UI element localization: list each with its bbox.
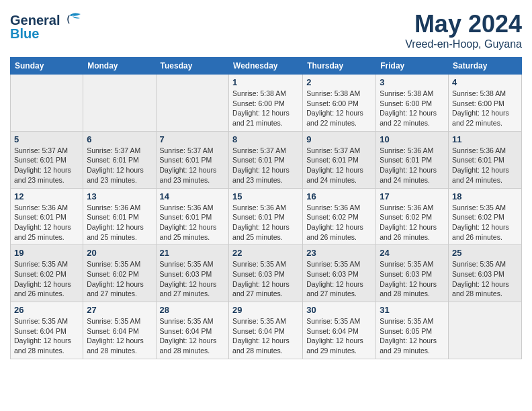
day-number: 15 [232, 191, 299, 201]
day-number: 4 [452, 77, 518, 87]
calendar-cell: 29Sunrise: 5:35 AM Sunset: 6:04 PM Dayli… [229, 302, 303, 359]
weekday-header-cell: Monday [83, 58, 156, 75]
day-number: 22 [232, 248, 299, 258]
calendar-cell: 28Sunrise: 5:35 AM Sunset: 6:04 PM Dayli… [156, 302, 229, 359]
day-info: Sunrise: 5:37 AM Sunset: 6:01 PM Dayligh… [160, 146, 226, 185]
day-info: Sunrise: 5:36 AM Sunset: 6:01 PM Dayligh… [452, 146, 518, 185]
location-subtitle: Vreed-en-Hoop, Guyana [405, 38, 522, 50]
day-info: Sunrise: 5:35 AM Sunset: 6:03 PM Dayligh… [306, 259, 372, 299]
day-info: Sunrise: 5:38 AM Sunset: 6:00 PM Dayligh… [232, 89, 299, 128]
day-info: Sunrise: 5:35 AM Sunset: 6:04 PM Dayligh… [232, 316, 299, 356]
day-info: Sunrise: 5:37 AM Sunset: 6:01 PM Dayligh… [306, 146, 372, 185]
day-info: Sunrise: 5:37 AM Sunset: 6:01 PM Dayligh… [87, 146, 152, 185]
calendar-cell: 10Sunrise: 5:36 AM Sunset: 6:01 PM Dayli… [376, 131, 449, 188]
page-header: General Blue May 2024 Vreed-en-Hoop, Guy… [10, 10, 522, 50]
day-info: Sunrise: 5:36 AM Sunset: 6:01 PM Dayligh… [87, 203, 152, 242]
calendar-cell: 18Sunrise: 5:35 AM Sunset: 6:02 PM Dayli… [449, 188, 522, 245]
day-number: 17 [380, 191, 445, 201]
calendar-cell: 16Sunrise: 5:36 AM Sunset: 6:02 PM Dayli… [303, 188, 376, 245]
day-number: 9 [306, 134, 372, 144]
calendar-cell: 8Sunrise: 5:37 AM Sunset: 6:01 PM Daylig… [229, 131, 303, 188]
calendar-cell [83, 75, 156, 132]
calendar-cell: 5Sunrise: 5:37 AM Sunset: 6:01 PM Daylig… [11, 131, 83, 188]
calendar-cell: 25Sunrise: 5:35 AM Sunset: 6:03 PM Dayli… [449, 245, 522, 302]
day-number: 28 [160, 305, 226, 315]
day-info: Sunrise: 5:36 AM Sunset: 6:02 PM Dayligh… [380, 203, 445, 242]
day-number: 26 [14, 305, 79, 315]
calendar-cell: 31Sunrise: 5:35 AM Sunset: 6:05 PM Dayli… [376, 302, 449, 359]
day-info: Sunrise: 5:35 AM Sunset: 6:02 PM Dayligh… [14, 259, 79, 299]
calendar-cell: 24Sunrise: 5:35 AM Sunset: 6:03 PM Dayli… [376, 245, 449, 302]
day-info: Sunrise: 5:35 AM Sunset: 6:02 PM Dayligh… [452, 203, 518, 242]
calendar-cell: 19Sunrise: 5:35 AM Sunset: 6:02 PM Dayli… [11, 245, 83, 302]
day-number: 5 [14, 134, 79, 144]
calendar-cell: 7Sunrise: 5:37 AM Sunset: 6:01 PM Daylig… [156, 131, 229, 188]
day-number: 19 [14, 248, 79, 258]
calendar-body: 1Sunrise: 5:38 AM Sunset: 6:00 PM Daylig… [11, 75, 522, 359]
day-info: Sunrise: 5:36 AM Sunset: 6:01 PM Dayligh… [380, 146, 445, 185]
calendar-week-row: 5Sunrise: 5:37 AM Sunset: 6:01 PM Daylig… [11, 131, 522, 188]
day-number: 25 [452, 248, 518, 258]
day-info: Sunrise: 5:38 AM Sunset: 6:00 PM Dayligh… [380, 89, 445, 128]
day-number: 13 [87, 191, 152, 201]
logo: General Blue [10, 10, 84, 46]
day-info: Sunrise: 5:36 AM Sunset: 6:01 PM Dayligh… [14, 203, 79, 242]
calendar-cell: 22Sunrise: 5:35 AM Sunset: 6:03 PM Dayli… [229, 245, 303, 302]
weekday-header-row: SundayMondayTuesdayWednesdayThursdayFrid… [11, 58, 522, 75]
day-number: 29 [232, 305, 299, 315]
day-number: 10 [380, 134, 445, 144]
weekday-header-cell: Wednesday [229, 58, 303, 75]
day-info: Sunrise: 5:35 AM Sunset: 6:04 PM Dayligh… [14, 316, 79, 356]
day-number: 31 [380, 305, 445, 315]
calendar-cell [156, 75, 229, 132]
calendar-cell: 9Sunrise: 5:37 AM Sunset: 6:01 PM Daylig… [303, 131, 376, 188]
day-number: 21 [160, 248, 226, 258]
calendar-cell: 1Sunrise: 5:38 AM Sunset: 6:00 PM Daylig… [229, 75, 303, 132]
day-info: Sunrise: 5:37 AM Sunset: 6:01 PM Dayligh… [14, 146, 79, 185]
calendar-cell: 13Sunrise: 5:36 AM Sunset: 6:01 PM Dayli… [83, 188, 156, 245]
day-number: 23 [306, 248, 372, 258]
day-number: 11 [452, 134, 518, 144]
calendar-cell: 26Sunrise: 5:35 AM Sunset: 6:04 PM Dayli… [11, 302, 83, 359]
day-number: 8 [232, 134, 299, 144]
day-number: 2 [306, 77, 372, 87]
day-number: 7 [160, 134, 226, 144]
day-info: Sunrise: 5:36 AM Sunset: 6:01 PM Dayligh… [232, 203, 299, 242]
calendar-week-row: 12Sunrise: 5:36 AM Sunset: 6:01 PM Dayli… [11, 188, 522, 245]
calendar-cell: 17Sunrise: 5:36 AM Sunset: 6:02 PM Dayli… [376, 188, 449, 245]
title-area: May 2024 Vreed-en-Hoop, Guyana [405, 10, 522, 50]
calendar-cell: 2Sunrise: 5:38 AM Sunset: 6:00 PM Daylig… [303, 75, 376, 132]
day-info: Sunrise: 5:36 AM Sunset: 6:02 PM Dayligh… [306, 203, 372, 242]
svg-text:Blue: Blue [10, 26, 39, 41]
calendar-cell: 11Sunrise: 5:36 AM Sunset: 6:01 PM Dayli… [449, 131, 522, 188]
calendar-cell [11, 75, 83, 132]
day-number: 16 [306, 191, 372, 201]
day-number: 30 [306, 305, 372, 315]
day-info: Sunrise: 5:36 AM Sunset: 6:01 PM Dayligh… [160, 203, 226, 242]
day-number: 1 [232, 77, 299, 87]
day-info: Sunrise: 5:37 AM Sunset: 6:01 PM Dayligh… [232, 146, 299, 185]
calendar-cell: 14Sunrise: 5:36 AM Sunset: 6:01 PM Dayli… [156, 188, 229, 245]
calendar-cell [449, 302, 522, 359]
calendar-cell: 23Sunrise: 5:35 AM Sunset: 6:03 PM Dayli… [303, 245, 376, 302]
calendar-cell: 12Sunrise: 5:36 AM Sunset: 6:01 PM Dayli… [11, 188, 83, 245]
calendar-cell: 4Sunrise: 5:38 AM Sunset: 6:00 PM Daylig… [449, 75, 522, 132]
day-info: Sunrise: 5:35 AM Sunset: 6:04 PM Dayligh… [160, 316, 226, 356]
calendar-cell: 15Sunrise: 5:36 AM Sunset: 6:01 PM Dayli… [229, 188, 303, 245]
day-number: 24 [380, 248, 445, 258]
weekday-header-cell: Friday [376, 58, 449, 75]
day-info: Sunrise: 5:35 AM Sunset: 6:03 PM Dayligh… [452, 259, 518, 299]
day-info: Sunrise: 5:35 AM Sunset: 6:03 PM Dayligh… [380, 259, 445, 299]
day-info: Sunrise: 5:35 AM Sunset: 6:03 PM Dayligh… [160, 259, 226, 299]
weekday-header-cell: Tuesday [156, 58, 229, 75]
calendar-cell: 27Sunrise: 5:35 AM Sunset: 6:04 PM Dayli… [83, 302, 156, 359]
day-number: 6 [87, 134, 152, 144]
day-info: Sunrise: 5:38 AM Sunset: 6:00 PM Dayligh… [452, 89, 518, 128]
day-number: 12 [14, 191, 79, 201]
day-number: 14 [160, 191, 226, 201]
weekday-header-cell: Saturday [449, 58, 522, 75]
calendar-cell: 6Sunrise: 5:37 AM Sunset: 6:01 PM Daylig… [83, 131, 156, 188]
day-info: Sunrise: 5:35 AM Sunset: 6:04 PM Dayligh… [87, 316, 152, 356]
day-info: Sunrise: 5:35 AM Sunset: 6:04 PM Dayligh… [306, 316, 372, 356]
weekday-header-cell: Thursday [303, 58, 376, 75]
